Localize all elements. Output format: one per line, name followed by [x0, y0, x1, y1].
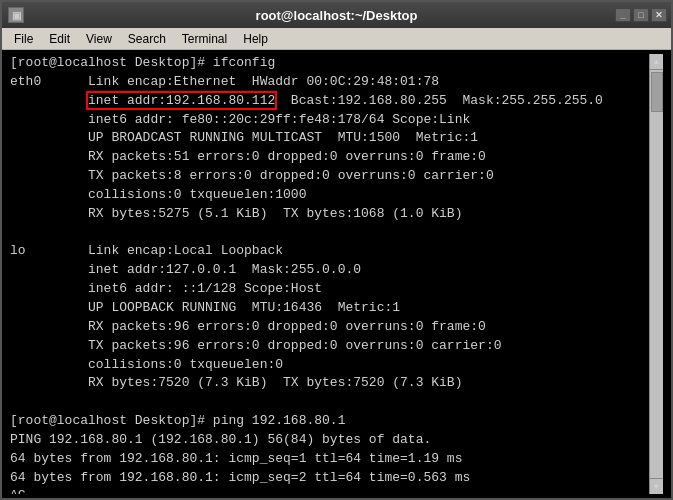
- title-bar-left: ▣: [8, 7, 24, 23]
- highlight-ip: inet addr:192.168.80.112: [88, 93, 275, 108]
- window-title: root@localhost:~/Desktop: [256, 8, 418, 23]
- minimize-button[interactable]: _: [615, 8, 631, 22]
- line-eth0-header: eth0 Link encap:Ethernet HWaddr 00:0C:29…: [10, 74, 455, 89]
- line-ping1: 64 bytes from 192.168.80.1: icmp_seq=1 t…: [10, 451, 462, 466]
- line-ctrl-c: ^C: [10, 488, 26, 494]
- scrollbar-down-button[interactable]: ▼: [650, 478, 663, 494]
- terminal-area[interactable]: [root@localhost Desktop]# ifconfig eth0 …: [2, 50, 671, 498]
- line-lo-col: collisions:0 txqueuelen:0: [10, 357, 283, 372]
- menu-terminal[interactable]: Terminal: [174, 30, 235, 48]
- scrollbar[interactable]: ▲ ▼: [649, 54, 663, 494]
- line-eth0-tx: TX packets:8 errors:0 dropped:0 overruns…: [10, 168, 494, 183]
- line-ping2: 64 bytes from 192.168.80.1: icmp_seq=2 t…: [10, 470, 470, 485]
- maximize-button[interactable]: □: [633, 8, 649, 22]
- terminal-window: ▣ root@localhost:~/Desktop _ □ ✕ File Ed…: [0, 0, 673, 500]
- title-bar: ▣ root@localhost:~/Desktop _ □ ✕: [2, 2, 671, 28]
- line-lo-header: lo Link encap:Local Loopback: [10, 243, 283, 258]
- title-bar-controls: _ □ ✕: [615, 8, 667, 22]
- line-eth0-col: collisions:0 txqueuelen:1000: [10, 187, 306, 202]
- line-eth0-bytes: RX bytes:5275 (5.1 KiB) TX bytes:1068 (1…: [10, 206, 462, 221]
- line-ping-hdr: PING 192.168.80.1 (192.168.80.1) 56(84) …: [10, 432, 431, 447]
- line-eth0-up: UP BROADCAST RUNNING MULTICAST MTU:1500 …: [10, 130, 478, 145]
- line-eth0-rx: RX packets:51 errors:0 dropped:0 overrun…: [10, 149, 486, 164]
- line-lo-rx: RX packets:96 errors:0 dropped:0 overrun…: [10, 319, 486, 334]
- line-lo-inet6: inet6 addr: ::1/128 Scope:Host: [10, 281, 322, 296]
- menu-search[interactable]: Search: [120, 30, 174, 48]
- line-eth0-inet: inet addr:192.168.80.112 Bcast:192.168.8…: [10, 93, 603, 108]
- menu-file[interactable]: File: [6, 30, 41, 48]
- scrollbar-up-button[interactable]: ▲: [650, 54, 663, 70]
- line-lo-bytes: RX bytes:7520 (7.3 KiB) TX bytes:7520 (7…: [10, 375, 462, 390]
- close-button[interactable]: ✕: [651, 8, 667, 22]
- menu-help[interactable]: Help: [235, 30, 276, 48]
- line-eth0-inet6: inet6 addr: fe80::20c:29ff:fe48:178/64 S…: [10, 112, 470, 127]
- window-icon: ▣: [8, 7, 24, 23]
- terminal-content: [root@localhost Desktop]# ifconfig eth0 …: [10, 54, 649, 494]
- line-lo-up: UP LOOPBACK RUNNING MTU:16436 Metric:1: [10, 300, 400, 315]
- line-cmd1: [root@localhost Desktop]# ifconfig: [10, 55, 275, 70]
- menu-bar: File Edit View Search Terminal Help: [2, 28, 671, 50]
- line-lo-tx: TX packets:96 errors:0 dropped:0 overrun…: [10, 338, 501, 353]
- line-cmd2: [root@localhost Desktop]# ping 192.168.8…: [10, 413, 345, 428]
- line-lo-inet: inet addr:127.0.0.1 Mask:255.0.0.0: [10, 262, 361, 277]
- scrollbar-thumb[interactable]: [651, 72, 663, 112]
- menu-view[interactable]: View: [78, 30, 120, 48]
- menu-edit[interactable]: Edit: [41, 30, 78, 48]
